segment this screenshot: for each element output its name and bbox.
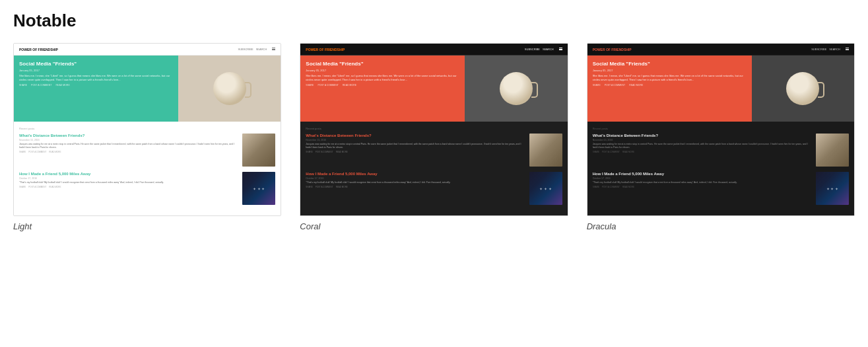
- post-item-1-dracula: What's Distance Between Friends? Novembe…: [593, 134, 849, 167]
- post-title-1-light[interactable]: What's Distance Between Friends?: [19, 134, 238, 137]
- search-link[interactable]: SEARCH: [256, 48, 267, 51]
- paris-thumbnail: [242, 134, 275, 167]
- themes-container: POWER OF FRIENDSHIP SUBSCRIBE SEARCH Soc…: [13, 43, 855, 231]
- subscribe-link-dracula[interactable]: SUBSCRIBE: [811, 48, 826, 51]
- read-more-post-2[interactable]: READ MORE: [49, 186, 61, 188]
- theme-item-light: POWER OF FRIENDSHIP SUBSCRIBE SEARCH Soc…: [13, 43, 281, 231]
- paris-thumb-dracula: [816, 134, 849, 167]
- post-thumb-2-dracula: [816, 172, 849, 205]
- post-date-1-light: November 15, 2016: [19, 139, 238, 141]
- post-content-1-dracula: What's Distance Between Friends? Novembe…: [593, 134, 812, 153]
- post-item-1-light: What's Distance Between Friends? Novembe…: [19, 134, 275, 167]
- hero-actions-light: SHARE POST A COMMENT READ MORE: [19, 84, 173, 87]
- post-actions-1-light: SHARE POST A COMMENT READ MORE: [19, 151, 238, 153]
- hero-light: Social Media "Friends" January 05, 2017 …: [14, 56, 281, 122]
- share-post-2[interactable]: SHARE: [19, 186, 26, 188]
- post-item-1-coral: What's Distance Between Friends? Novembe…: [306, 134, 562, 167]
- post-content-2-coral: How I Made a Friend 5,000 Miles Away Oct…: [306, 172, 525, 188]
- share-p1-dracula[interactable]: SHARE: [593, 151, 599, 153]
- read-more-action[interactable]: READ MORE: [56, 84, 70, 87]
- theme-item-dracula: POWER OF FRIENDSHIP SUBSCRIBE SEARCH Soc…: [587, 43, 855, 231]
- comment-post-1[interactable]: POST A COMMENT: [28, 151, 46, 153]
- share-post-1[interactable]: SHARE: [19, 151, 26, 153]
- post-excerpt-1-dracula: Jacques was waiting for me at a metro st…: [593, 143, 812, 149]
- post-actions-2-dracula: SHARE POST A COMMENT READ MORE: [593, 186, 812, 188]
- coffee-cup-icon-coral: [500, 72, 533, 105]
- search-link-dracula[interactable]: SEARCH: [829, 48, 840, 51]
- share-p1-coral[interactable]: SHARE: [306, 151, 312, 153]
- theme-preview-coral[interactable]: POWER OF FRIENDSHIP SUBSCRIBE SEARCH Soc…: [300, 43, 568, 216]
- search-link-coral[interactable]: SEARCH: [543, 48, 554, 51]
- post-title-2-light[interactable]: How I Made a Friend 5,000 Miles Away: [19, 172, 238, 176]
- hero-date-coral: January 05, 2017: [306, 69, 459, 72]
- share-action-coral[interactable]: SHARE: [306, 84, 314, 87]
- subscribe-link-coral[interactable]: SUBSCRIBE: [525, 48, 540, 51]
- post-title-2-dracula[interactable]: How I Made a Friend 5,000 Miles Away: [593, 172, 812, 176]
- hero-date-dracula: January 05, 2017: [593, 69, 747, 72]
- hero-excerpt-light: She likes me. I mean, she "Liked" me, so…: [19, 74, 173, 81]
- comment-p1-coral[interactable]: POST A COMMENT: [316, 151, 333, 153]
- hero-excerpt-coral: She likes me. I mean, she "Liked" me, so…: [306, 74, 459, 81]
- comment-p2-dracula[interactable]: POST A COMMENT: [602, 186, 620, 188]
- space-thumbnail: [242, 172, 275, 205]
- readmore-p2-dracula[interactable]: READ MORE: [622, 186, 634, 188]
- hero-actions-coral: SHARE POST A COMMENT READ MORE: [306, 84, 459, 87]
- read-more-action-coral[interactable]: READ MORE: [343, 84, 356, 87]
- space-thumb-coral: [529, 172, 562, 205]
- subscribe-link[interactable]: SUBSCRIBE: [238, 48, 253, 51]
- post-content-1-coral: What's Distance Between Friends? Novembe…: [306, 134, 525, 153]
- nav-bar-dracula: POWER OF FRIENDSHIP SUBSCRIBE SEARCH: [587, 44, 854, 56]
- post-excerpt-1-light: Jacques was waiting for me at a metro st…: [19, 143, 238, 149]
- post-comment-action-coral[interactable]: POST A COMMENT: [317, 84, 338, 87]
- theme-preview-dracula[interactable]: POWER OF FRIENDSHIP SUBSCRIBE SEARCH Soc…: [587, 43, 855, 216]
- hero-img-dracula: [752, 56, 854, 122]
- post-title-1-dracula[interactable]: What's Distance Between Friends?: [593, 134, 812, 137]
- posts-section-dracula: Recent posts What's Distance Between Fri…: [587, 122, 854, 215]
- post-date-1-coral: November 15, 2016: [306, 139, 525, 141]
- readmore-p2-coral[interactable]: READ MORE: [336, 186, 348, 188]
- post-title-1-coral[interactable]: What's Distance Between Friends?: [306, 134, 525, 137]
- post-comment-action[interactable]: POST A COMMENT: [31, 84, 51, 87]
- coffee-cup-icon: [213, 72, 246, 105]
- share-action[interactable]: SHARE: [19, 84, 27, 87]
- readmore-p1-coral[interactable]: READ MORE: [336, 151, 348, 153]
- share-action-dracula[interactable]: SHARE: [593, 84, 601, 87]
- theme-label-light: Light: [13, 221, 32, 231]
- share-p2-coral[interactable]: SHARE: [306, 186, 312, 188]
- comment-p1-dracula[interactable]: POST A COMMENT: [602, 151, 620, 153]
- post-title-2-coral[interactable]: How I Made a Friend 5,000 Miles Away: [306, 172, 525, 176]
- hero-excerpt-dracula: She likes me. I mean, she "Liked" me, so…: [593, 74, 747, 81]
- comment-p2-coral[interactable]: POST A COMMENT: [316, 186, 333, 188]
- section-label-coral: Recent posts: [306, 127, 562, 130]
- nav-links-coral: SUBSCRIBE SEARCH: [525, 48, 562, 51]
- post-excerpt-2-coral: "That's my football club! My football cl…: [306, 181, 525, 184]
- post-excerpt-1-coral: Jacques was waiting for me at a metro st…: [306, 143, 525, 149]
- share-p2-dracula[interactable]: SHARE: [593, 186, 599, 188]
- read-more-action-dracula[interactable]: READ MORE: [629, 84, 643, 87]
- post-content-2-light: How I Made a Friend 5,000 Miles Away Oct…: [19, 172, 238, 188]
- comment-post-2[interactable]: POST A COMMENT: [28, 186, 46, 188]
- post-thumb-1-coral: [529, 134, 562, 167]
- post-date-2-light: October 17, 2016: [19, 177, 238, 180]
- read-more-post-1[interactable]: READ MORE: [49, 151, 61, 153]
- post-comment-action-dracula[interactable]: POST A COMMENT: [605, 84, 625, 87]
- site-name-light: POWER OF FRIENDSHIP: [19, 48, 238, 52]
- theme-item-coral: POWER OF FRIENDSHIP SUBSCRIBE SEARCH Soc…: [300, 43, 568, 231]
- post-actions-1-coral: SHARE POST A COMMENT READ MORE: [306, 151, 525, 153]
- theme-preview-light[interactable]: POWER OF FRIENDSHIP SUBSCRIBE SEARCH Soc…: [13, 43, 281, 216]
- post-item-2-dracula: How I Made a Friend 5,000 Miles Away Oct…: [593, 172, 849, 205]
- nav-links-light: SUBSCRIBE SEARCH: [238, 48, 276, 51]
- post-content-1-light: What's Distance Between Friends? Novembe…: [19, 134, 238, 153]
- hero-actions-dracula: SHARE POST A COMMENT READ MORE: [593, 84, 747, 87]
- nav-bar-light: POWER OF FRIENDSHIP SUBSCRIBE SEARCH: [14, 44, 281, 56]
- nav-links-dracula: SUBSCRIBE SEARCH: [811, 48, 849, 51]
- post-date-2-dracula: October 17, 2016: [593, 177, 812, 180]
- post-excerpt-2-dracula: "That's my football club! My football cl…: [593, 181, 812, 184]
- posts-section-light: Recent posts What's Distance Between Fri…: [14, 122, 281, 215]
- readmore-p1-dracula[interactable]: READ MORE: [622, 151, 634, 153]
- hero-date-light: January 05, 2017: [19, 69, 173, 72]
- hero-coral: Social Media "Friends" January 05, 2017 …: [300, 56, 567, 122]
- post-item-2-coral: How I Made a Friend 5,000 Miles Away Oct…: [306, 172, 562, 205]
- section-label-dracula: Recent posts: [593, 127, 849, 130]
- hero-img-light: [178, 56, 281, 122]
